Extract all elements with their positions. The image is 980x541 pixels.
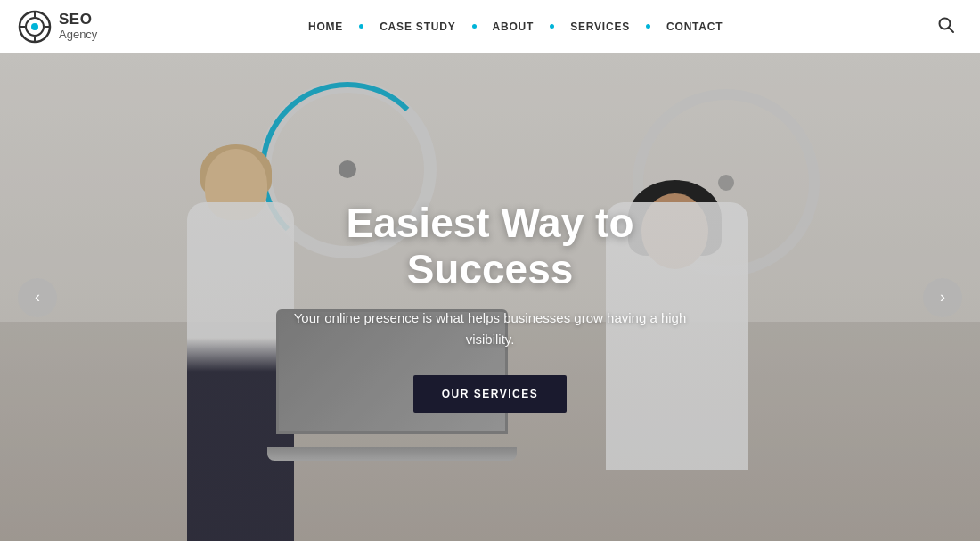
nav-separator-1 (359, 24, 363, 29)
search-icon (937, 16, 955, 34)
nav-separator-2 (472, 24, 477, 29)
svg-point-7 (940, 18, 951, 29)
nav-item-contact[interactable]: CONTACT (659, 17, 730, 37)
nav-item-case-study[interactable]: CASE STUDY (372, 17, 462, 37)
logo-agency: Agency (59, 29, 97, 41)
nav-separator-4 (646, 24, 650, 29)
our-services-button[interactable]: OUR SERVICES (413, 375, 567, 413)
nav-item-services[interactable]: SERVICES (563, 17, 637, 37)
hero-title: Easiest Way to Success (285, 200, 695, 294)
logo-seo: SEO (59, 12, 97, 29)
logo-text: SEO Agency (59, 12, 97, 41)
svg-point-2 (31, 23, 38, 30)
svg-line-8 (950, 28, 954, 32)
hero-subtitle: Your online presence is what helps busin… (285, 307, 695, 350)
next-arrow-button[interactable]: › (923, 278, 962, 317)
search-button[interactable] (934, 12, 959, 41)
header: SEO Agency HOME CASE STUDY ABOUT SERVICE… (0, 0, 980, 53)
hero-content: Easiest Way to Success Your online prese… (285, 200, 695, 414)
nav-item-about[interactable]: ABOUT (486, 17, 542, 37)
logo-icon (18, 10, 52, 44)
hero-section: Easiest Way to Success Your online prese… (0, 53, 980, 541)
right-arrow-icon: › (940, 288, 945, 307)
logo[interactable]: SEO Agency (18, 10, 97, 44)
prev-arrow-button[interactable]: ‹ (18, 278, 57, 317)
nav-item-home[interactable]: HOME (301, 17, 350, 37)
left-arrow-icon: ‹ (35, 288, 40, 307)
nav-separator-3 (550, 24, 554, 29)
main-nav: HOME CASE STUDY ABOUT SERVICES CONTACT (301, 17, 730, 37)
